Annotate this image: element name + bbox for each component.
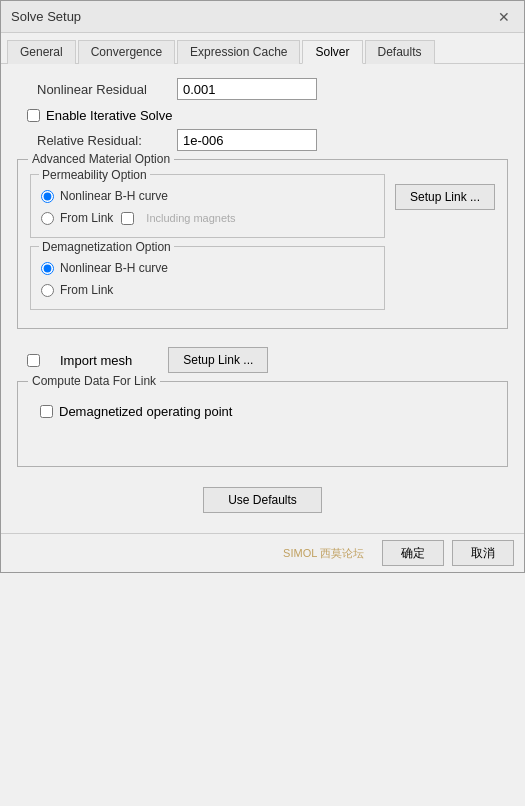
tab-convergence[interactable]: Convergence bbox=[78, 40, 175, 64]
demagnetized-op-checkbox[interactable] bbox=[40, 405, 53, 418]
nonlinear-residual-label: Nonlinear Residual bbox=[37, 82, 177, 97]
demagnetized-op-label: Demagnetized operating point bbox=[59, 404, 232, 419]
advanced-material-section: Advanced Material Option Permeability Op… bbox=[17, 159, 508, 329]
tab-general[interactable]: General bbox=[7, 40, 76, 64]
close-button[interactable]: ✕ bbox=[494, 9, 514, 25]
title-bar: Solve Setup ✕ bbox=[1, 1, 524, 33]
enable-iterative-checkbox[interactable] bbox=[27, 109, 40, 122]
nonlinear-residual-input[interactable] bbox=[177, 78, 317, 100]
solve-setup-window: Solve Setup ✕ General Convergence Expres… bbox=[0, 0, 525, 573]
perm-nonlinear-label: Nonlinear B-H curve bbox=[60, 189, 168, 203]
enable-iterative-row: Enable Iterative Solve bbox=[17, 108, 508, 123]
content-area: Nonlinear Residual Enable Iterative Solv… bbox=[1, 64, 524, 533]
footer-area: Use Defaults bbox=[17, 477, 508, 523]
compute-data-section: Compute Data For Link Demagnetized opera… bbox=[17, 381, 508, 467]
perm-from-link-label: From Link bbox=[60, 211, 113, 225]
demagnetization-title: Demagnetization Option bbox=[39, 240, 174, 254]
watermark: SIMOL 西莫论坛 bbox=[283, 546, 364, 561]
ok-button[interactable]: 确定 bbox=[382, 540, 444, 566]
bottom-bar: SIMOL 西莫论坛 确定 取消 bbox=[1, 533, 524, 572]
permeability-section: Permeability Option Nonlinear B-H curve … bbox=[30, 174, 385, 238]
demag-nonlinear-radio[interactable] bbox=[41, 262, 54, 275]
perm-from-link-radio[interactable] bbox=[41, 212, 54, 225]
tab-expression-cache[interactable]: Expression Cache bbox=[177, 40, 300, 64]
demag-from-link-radio[interactable] bbox=[41, 284, 54, 297]
demagnetized-op-row: Demagnetized operating point bbox=[30, 404, 495, 419]
relative-residual-input[interactable] bbox=[177, 129, 317, 151]
relative-residual-label: Relative Residual: bbox=[37, 133, 177, 148]
tab-defaults[interactable]: Defaults bbox=[365, 40, 435, 64]
use-defaults-button[interactable]: Use Defaults bbox=[203, 487, 322, 513]
compute-data-title: Compute Data For Link bbox=[28, 374, 160, 388]
demagnetization-section: Demagnetization Option Nonlinear B-H cur… bbox=[30, 246, 385, 310]
perm-nonlinear-radio[interactable] bbox=[41, 190, 54, 203]
nonlinear-residual-row: Nonlinear Residual bbox=[17, 78, 508, 100]
tab-bar: General Convergence Expression Cache Sol… bbox=[1, 33, 524, 64]
advanced-material-title: Advanced Material Option bbox=[28, 152, 174, 166]
cancel-button[interactable]: 取消 bbox=[452, 540, 514, 566]
setup-link-button-2[interactable]: Setup Link ... bbox=[168, 347, 268, 373]
demag-from-link-row: From Link bbox=[41, 283, 374, 297]
enable-iterative-label: Enable Iterative Solve bbox=[46, 108, 172, 123]
window-title: Solve Setup bbox=[11, 9, 81, 24]
demag-nonlinear-label: Nonlinear B-H curve bbox=[60, 261, 168, 275]
import-mesh-label: Import mesh bbox=[60, 353, 132, 368]
perm-from-link-row: From Link Including magnets bbox=[41, 211, 374, 225]
setup-link-button-1[interactable]: Setup Link ... bbox=[395, 184, 495, 210]
permeability-title: Permeability Option bbox=[39, 168, 150, 182]
demag-from-link-label: From Link bbox=[60, 283, 113, 297]
including-magnets-checkbox[interactable] bbox=[121, 212, 134, 225]
perm-nonlinear-row: Nonlinear B-H curve bbox=[41, 189, 374, 203]
relative-residual-row: Relative Residual: bbox=[17, 129, 508, 151]
import-mesh-checkbox[interactable] bbox=[27, 354, 40, 367]
tab-solver[interactable]: Solver bbox=[302, 40, 362, 64]
demag-nonlinear-row: Nonlinear B-H curve bbox=[41, 261, 374, 275]
including-magnets-label: Including magnets bbox=[146, 212, 235, 224]
